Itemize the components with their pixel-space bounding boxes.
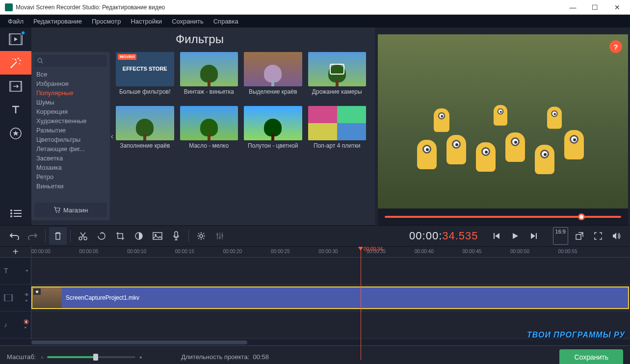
image-button[interactable]	[149, 227, 166, 245]
rotate-button[interactable]	[93, 227, 110, 245]
timecode: 00:00:34.535	[404, 230, 483, 243]
mute-icon[interactable]: 🔇	[24, 319, 29, 324]
svg-rect-2	[20, 34, 22, 45]
delete-button[interactable]	[49, 227, 67, 245]
next-button[interactable]	[525, 227, 543, 245]
cat-vignettes[interactable]: Виньетки	[31, 182, 110, 191]
menu-view[interactable]: Просмотр	[87, 18, 126, 25]
cat-noise[interactable]: Шумы	[31, 98, 110, 107]
text-track-icon: T	[4, 267, 8, 275]
track-head-audio[interactable]: ♪ 🔇⚭	[0, 312, 31, 338]
color-button[interactable]	[130, 227, 148, 245]
svg-marker-35	[531, 233, 535, 239]
cat-popular[interactable]: Популярные	[31, 88, 110, 98]
preview-video[interactable]	[378, 34, 628, 208]
filter-card-shake[interactable]: Дрожание камеры	[308, 52, 367, 102]
svg-rect-12	[14, 210, 22, 211]
panel-title: Фильтры	[31, 27, 368, 52]
add-track-button[interactable]: +	[0, 247, 31, 257]
volume-button[interactable]	[608, 227, 626, 245]
mic-button[interactable]	[167, 227, 185, 245]
timeline: + 00:00:00 00:00:05 00:00:10 00:00:15 00…	[0, 247, 630, 345]
nav-more[interactable]	[0, 202, 31, 225]
toolbar: 00:00:34.535 16:9	[0, 225, 630, 247]
link-icon[interactable]: ⚭	[25, 298, 29, 303]
menu-save[interactable]: Сохранить	[167, 18, 209, 25]
adjust-button[interactable]	[211, 227, 229, 245]
cat-mosaic[interactable]: Мозаика	[31, 163, 110, 172]
filter-card-vintage[interactable]: Винтаж - виньетка	[180, 52, 238, 102]
cat-artistic[interactable]: Художественные	[31, 116, 110, 126]
nav-stickers[interactable]	[0, 122, 31, 145]
filters-panel: Фильтры Все Избранное Популярные Шумы Ко…	[31, 27, 375, 225]
collapse-categories-icon[interactable]: ‹	[111, 132, 113, 141]
minimize-button[interactable]: —	[562, 0, 584, 15]
fullscreen-button[interactable]	[589, 227, 607, 245]
shop-button[interactable]: Магазин	[34, 203, 107, 217]
svg-rect-1	[9, 34, 11, 45]
filter-card-oil[interactable]: Масло - мелко	[180, 106, 238, 156]
cat-blur[interactable]: Размытие	[31, 126, 110, 135]
settings-button[interactable]	[192, 227, 210, 245]
filter-card-popart[interactable]: Поп-арт 4 плитки	[308, 106, 367, 156]
menu-settings[interactable]: Настройки	[126, 18, 167, 25]
nav-media[interactable]	[0, 27, 31, 51]
menu-file[interactable]: Файл	[3, 18, 28, 25]
menu-edit[interactable]: Редактирование	[28, 18, 87, 25]
prev-button[interactable]	[488, 227, 505, 245]
track-head-text[interactable]: T ⚭	[0, 258, 31, 285]
zoom-label: Масштаб:	[7, 353, 36, 361]
link-icon[interactable]: ⚭	[25, 268, 29, 273]
timeline-scrollbar[interactable]	[0, 339, 630, 345]
category-search[interactable]	[34, 55, 107, 67]
redo-button[interactable]	[24, 227, 42, 245]
cat-light[interactable]: Засветка	[31, 154, 110, 163]
popout-button[interactable]	[571, 227, 588, 245]
track-head-video[interactable]: 👁⚭	[0, 285, 31, 312]
video-track[interactable]: ★ ScreenCaptureProject1.mkv	[31, 285, 630, 312]
link-icon[interactable]: ⚭	[24, 325, 29, 330]
close-button[interactable]: ✕	[606, 0, 628, 15]
progress-knob[interactable]	[578, 213, 585, 220]
eye-icon[interactable]: 👁	[25, 292, 29, 297]
aspect-ratio-button[interactable]: 16:9	[553, 227, 568, 245]
timeline-ruler[interactable]: 00:00:00 00:00:05 00:00:10 00:00:15 00:0…	[31, 247, 630, 257]
cat-favorites[interactable]: Избранное	[31, 79, 110, 88]
zoom-slider[interactable]	[47, 356, 135, 358]
svg-marker-37	[613, 233, 616, 239]
cat-correction[interactable]: Коррекция	[31, 107, 110, 116]
svg-rect-36	[576, 234, 581, 239]
filter-card-fill-edges[interactable]: Заполнение краёв	[116, 106, 174, 156]
filter-card-edges[interactable]: Выделение краёв	[244, 52, 302, 102]
preview-progress[interactable]	[385, 212, 621, 221]
cut-button[interactable]	[74, 227, 92, 245]
camera-icon	[330, 64, 344, 75]
filter-card-store[interactable]: MOVAVIEFFECTS STORE Больше фильтров!	[116, 52, 174, 102]
svg-rect-16	[14, 216, 22, 217]
svg-point-30	[221, 234, 223, 236]
nav-titles[interactable]	[0, 98, 31, 122]
help-button[interactable]: ?	[609, 40, 622, 53]
playhead[interactable]	[361, 247, 361, 360]
filter-card-halftone[interactable]: Полутон - цветной	[244, 106, 302, 156]
window-title: Movavi Screen Recorder Studio: Редактиро…	[16, 4, 562, 11]
svg-rect-26	[175, 232, 178, 237]
save-button[interactable]: Сохранить	[559, 349, 623, 364]
menu-help[interactable]: Справка	[209, 18, 243, 25]
svg-rect-39	[4, 294, 5, 301]
video-clip[interactable]: ★ ScreenCaptureProject1.mkv	[31, 286, 629, 309]
nav-filters[interactable]	[0, 51, 31, 75]
play-button[interactable]	[506, 227, 524, 245]
zoom-in-icon[interactable]: ▪	[139, 353, 142, 361]
undo-button[interactable]	[5, 227, 23, 245]
crop-button[interactable]	[111, 227, 129, 245]
zoom-out-icon[interactable]: ▫	[41, 353, 43, 361]
audio-track[interactable]	[31, 312, 630, 338]
text-track[interactable]	[31, 258, 630, 285]
cat-flying[interactable]: Летающие фиг...	[31, 144, 110, 154]
cat-color[interactable]: Цветофильтры	[31, 135, 110, 144]
cat-retro[interactable]: Ретро	[31, 172, 110, 182]
nav-transitions[interactable]	[0, 75, 31, 98]
cat-all[interactable]: Все	[31, 70, 110, 79]
maximize-button[interactable]: ☐	[584, 0, 606, 15]
